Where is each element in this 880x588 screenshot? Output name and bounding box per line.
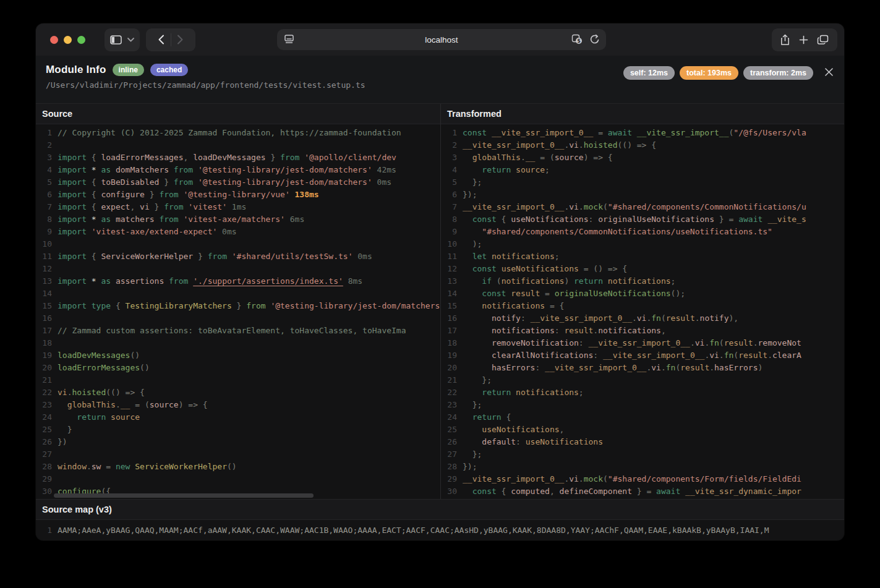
module-info-header: Module Info inline cached /Users/vladimi… [36,56,844,104]
transform-time-badge: transform: 2ms [743,66,813,80]
line-number: 7 [441,201,457,213]
zoom-window-button[interactable] [77,36,85,44]
share-icon[interactable] [780,34,790,46]
back-button[interactable] [158,35,164,45]
code-token: = [593,128,607,137]
reload-icon[interactable] [590,34,600,45]
code-token: , [560,425,565,434]
code-token: . [593,326,598,335]
code-token: mock [584,474,603,484]
code-token: 0ms [352,252,372,261]
code-line: 8import * as matchers from 'vitest-axe/m… [36,213,440,226]
code-token: vi [651,363,661,372]
code-token: . [579,202,584,211]
line-number: 15 [36,300,52,312]
code-line: 30 const { computed, defineComponent } =… [441,485,844,498]
tab-overview-icon[interactable] [817,35,829,45]
code-token [497,264,502,273]
code-panels: Source 1// Copyright (C) 2012-2025 Zamma… [36,104,844,499]
code-token: 138ms [290,190,319,199]
code-token [164,276,169,286]
chevron-down-icon [127,38,134,42]
code-token: loadErrorMessages [101,153,183,162]
code-token [463,153,472,162]
source-map-row: 1 AAMA;AAeA,yBAAG,QAAQ,MAAM;AACf,aAAW,KA… [36,520,844,540]
code-token: vi [569,202,579,211]
code-token [463,264,472,273]
code-line: 16 [36,312,440,325]
code-token: ) [758,363,763,372]
forward-button[interactable] [177,35,183,45]
code-line: 10 ); [441,238,844,250]
code-token: '@apollo/client/dev [304,153,396,162]
code-token: __vite_ssr_import_0__ [463,202,564,211]
source-panel: Source 1// Copyright (C) 2012-2025 Zamma… [36,104,441,499]
code-line: 7import { expect, vi } from 'vitest' 1ms [36,201,440,213]
code-token: TestingLibraryMatchers [126,301,232,310]
new-tab-icon[interactable] [799,35,808,45]
code-token: { [502,412,511,422]
code-token: 0ms [372,177,391,187]
line-number: 28 [36,461,52,473]
code-token: __vite_ssr_import_0__ [492,128,593,137]
code-token: : [516,437,526,446]
code-token: __vite_ssr_import_0__ [531,313,632,323]
code-token: import [58,276,87,286]
code-token: 42ms [372,165,396,174]
code-token: notifications [502,276,565,286]
line-number: 17 [441,325,457,337]
code-token: * [87,276,101,286]
code-token: ServiceWorkerHelper [135,462,227,471]
code-line: 20loadErrorMessages() [36,362,440,374]
code-token: ) => { [584,153,613,162]
code-token: { [497,215,511,224]
code-line: 16 notify: __vite_ssr_import_0__.vi.fn(r… [441,312,844,325]
line-number: 9 [36,226,52,238]
source-panel-header: Source [36,104,440,124]
close-window-button[interactable] [50,36,58,44]
code-token: , [130,202,140,211]
line-number: 12 [36,263,52,275]
sidebar-toggle-button[interactable] [105,28,140,51]
code-token [463,289,482,298]
horizontal-scrollbar[interactable] [54,493,314,498]
line-number: 30 [441,485,457,498]
line-number: 24 [36,411,52,424]
line-number: 29 [36,473,52,485]
minimize-window-button[interactable] [64,36,72,44]
module-file-path: /Users/vladimir/Projects/zammad/app/fron… [46,80,844,90]
code-token [487,252,492,261]
code-token [193,177,198,187]
code-token: import [58,165,87,174]
code-token: ); [463,239,482,249]
code-token: , [550,487,560,496]
source-map-mappings: AAMA;AAeA,yBAAG,QAAQ,MAAM;AACf,aAAW,KAAK… [58,526,769,535]
address-bar[interactable]: localhost $ [277,29,606,50]
code-line: 12 const useNotifications = () => { [441,263,844,275]
line-number: 11 [441,250,457,263]
code-token: configure [101,190,144,199]
code-token: ), [729,313,739,323]
code-token [58,400,67,409]
code-token: ( [719,338,724,347]
code-token: result [738,351,767,360]
code-token: notifications [598,326,661,335]
code-token: return [77,412,106,422]
toolbar-right-buttons [772,28,837,51]
extension-icon[interactable]: $ [571,34,583,45]
code-line: 5import { toBeDisabled } from '@testing-… [36,176,440,189]
code-token: originalUseNotifications [555,289,671,298]
code-token: = [540,289,554,298]
code-line: 17 notifications: result.notifications, [441,325,844,337]
close-panel-button[interactable] [822,65,835,79]
code-token: { [87,252,101,261]
code-token: computed [511,487,550,496]
code-token: loadDevMessages [58,351,130,360]
code-token: const [472,215,497,224]
code-token: from [280,153,299,162]
code-line: 1// Copyright (C) 2012-2025 Zammad Found… [36,127,440,139]
import-link[interactable]: './support/assertions/index.ts' [193,276,343,286]
page-title: Module Info [46,64,106,76]
code-token: . [719,351,724,360]
code-line: 25 useNotifications, [441,424,844,436]
